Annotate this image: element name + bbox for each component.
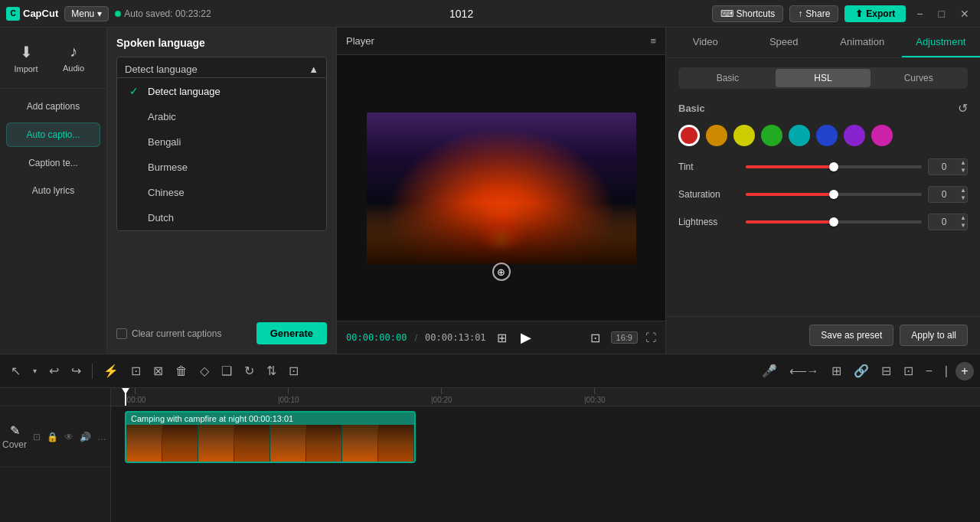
transform-button[interactable]: ⊡ bbox=[284, 361, 303, 381]
tab-adjustment[interactable]: Adjustment bbox=[902, 28, 981, 57]
color-circle-pink[interactable] bbox=[871, 125, 893, 146]
cover-button[interactable]: Cover bbox=[2, 439, 27, 450]
video-clip[interactable]: Camping with campfire at night 00:00:13:… bbox=[125, 411, 416, 463]
import-icon: ⬇ bbox=[20, 43, 33, 61]
tint-down[interactable]: ▼ bbox=[959, 167, 967, 175]
app-logo: C CapCut bbox=[6, 7, 58, 21]
track-label-video: ✎ Cover ⊡ 🔒 👁 🔊 … bbox=[0, 406, 110, 468]
clip-thumb-3 bbox=[198, 425, 234, 462]
color-circle-yellow[interactable] bbox=[733, 125, 755, 146]
redo-button[interactable]: ↪ bbox=[67, 361, 86, 381]
toolbar-item-audio[interactable]: ♪ Audio bbox=[51, 32, 96, 84]
connect-button[interactable]: ⟵→ bbox=[785, 361, 824, 381]
freeze-button[interactable]: ❑ bbox=[217, 361, 237, 381]
delete-button[interactable]: 🗑 bbox=[171, 361, 192, 381]
saturation-up[interactable]: ▲ bbox=[959, 187, 967, 194]
maximize-button[interactable]: □ bbox=[934, 6, 949, 21]
zoom-out-button[interactable]: − bbox=[921, 361, 937, 381]
lightness-slider-row: Lightness 0 ▲ ▼ bbox=[678, 214, 968, 230]
color-circle-green[interactable] bbox=[761, 125, 782, 146]
close-button[interactable]: ✕ bbox=[956, 6, 974, 21]
apply-all-button[interactable]: Apply to all bbox=[900, 325, 968, 346]
export-button[interactable]: ⬆ Export bbox=[844, 5, 906, 22]
track-more-button[interactable]: … bbox=[96, 430, 108, 444]
trim-button[interactable]: ⊡ bbox=[126, 361, 145, 381]
zoom-in-button[interactable]: | bbox=[940, 361, 952, 381]
loop-button[interactable]: ↻ bbox=[240, 361, 259, 381]
toolbar-item-import[interactable]: ⬇ Import bbox=[3, 32, 49, 84]
generate-button[interactable]: Generate bbox=[256, 322, 327, 344]
share-button[interactable]: ↑ Share bbox=[789, 5, 838, 22]
fit-button[interactable]: ⊡ bbox=[587, 329, 603, 347]
ruler-mark-1: |00:10 bbox=[278, 388, 299, 404]
topbar-actions: ⌨ Shortcuts ↑ Share ⬆ Export − □ ✕ bbox=[712, 5, 974, 22]
split-button[interactable]: ⚡ bbox=[99, 361, 123, 381]
shortcuts-button[interactable]: ⌨ Shortcuts bbox=[712, 5, 784, 22]
ruler-label-0: |00:00 bbox=[125, 396, 146, 404]
color-circle-purple[interactable] bbox=[844, 125, 865, 146]
mirror-button[interactable]: ⇅ bbox=[262, 361, 281, 381]
hsl-tab-basic[interactable]: Basic bbox=[680, 69, 776, 87]
playhead-arrow bbox=[122, 388, 129, 394]
group-button[interactable]: ⊞ bbox=[827, 361, 846, 381]
stabilize-button[interactable]: ◇ bbox=[195, 361, 214, 381]
tl-separator-1 bbox=[92, 364, 93, 379]
copy-button[interactable]: ⊡ bbox=[899, 361, 918, 381]
clip-thumb-2 bbox=[162, 425, 198, 462]
undo-button[interactable]: ↩ bbox=[44, 361, 64, 381]
save-preset-button[interactable]: Save as preset bbox=[809, 325, 893, 346]
tab-speed[interactable]: Speed bbox=[745, 28, 824, 57]
language-option-burmese[interactable]: Burmese bbox=[117, 155, 326, 180]
left-panel: ⬇ Import ♪ Audio TI Text ☺ Stickers ✦ bbox=[0, 28, 107, 354]
language-option-chinese[interactable]: Chinese bbox=[117, 180, 326, 205]
saturation-slider-track[interactable] bbox=[746, 193, 922, 196]
audio-record-button[interactable]: 🎤 bbox=[757, 361, 782, 381]
select-tool-button[interactable]: ↖ bbox=[6, 361, 25, 381]
play-button[interactable]: ▶ bbox=[518, 328, 534, 347]
track-lock-button[interactable]: 🔒 bbox=[45, 430, 60, 444]
track-visibility-button[interactable]: 👁 bbox=[63, 430, 75, 444]
track-expand-button[interactable]: ⊡ bbox=[31, 430, 42, 444]
tab-video[interactable]: Video bbox=[666, 28, 745, 57]
link-button[interactable]: 🔗 bbox=[849, 361, 874, 381]
lightness-slider-track[interactable] bbox=[746, 220, 922, 223]
track-row-video: Camping with campfire at night 00:00:13:… bbox=[111, 406, 980, 468]
language-option-detect[interactable]: ✓ Detect language bbox=[117, 78, 326, 104]
fullscreen-button[interactable]: ⛶ bbox=[645, 331, 656, 344]
reset-button[interactable]: ↺ bbox=[958, 101, 968, 116]
crop-button[interactable]: ⊠ bbox=[149, 361, 168, 381]
color-circle-cyan[interactable] bbox=[789, 125, 810, 146]
menu-button[interactable]: Menu ▾ bbox=[64, 6, 109, 21]
saturation-down[interactable]: ▼ bbox=[959, 194, 967, 202]
language-option-bengali[interactable]: Bengali bbox=[117, 129, 326, 155]
minimize-button[interactable]: − bbox=[912, 6, 927, 21]
tint-slider-track[interactable] bbox=[746, 165, 922, 168]
track-audio-button[interactable]: 🔊 bbox=[78, 430, 93, 444]
clear-captions-checkbox[interactable] bbox=[116, 328, 127, 339]
color-circle-red[interactable] bbox=[678, 125, 700, 146]
target-icon[interactable]: ⊕ bbox=[492, 263, 511, 281]
color-circle-blue[interactable] bbox=[816, 125, 838, 146]
hsl-tab-hsl[interactable]: HSL bbox=[776, 69, 871, 87]
lightness-down[interactable]: ▼ bbox=[959, 222, 967, 230]
grid-view-button[interactable]: ⊞ bbox=[494, 329, 510, 347]
language-option-arabic[interactable]: Arabic bbox=[117, 104, 326, 129]
tint-up[interactable]: ▲ bbox=[959, 159, 967, 167]
lightness-up[interactable]: ▲ bbox=[959, 214, 967, 222]
player-menu-icon[interactable]: ≡ bbox=[650, 35, 656, 47]
timeline-playhead[interactable] bbox=[125, 388, 126, 406]
language-option-dutch[interactable]: Dutch bbox=[117, 205, 326, 230]
split2-button[interactable]: ⊟ bbox=[877, 361, 896, 381]
hsl-tab-curves[interactable]: Curves bbox=[871, 69, 966, 87]
tab-animation[interactable]: Animation bbox=[823, 28, 902, 57]
select-dropdown-button[interactable]: ▾ bbox=[28, 364, 41, 378]
add-track-button[interactable]: + bbox=[956, 362, 974, 380]
clip-thumb-8 bbox=[378, 425, 414, 462]
tint-value-box: 0 ▲ ▼ bbox=[928, 158, 968, 175]
sidebar-btn-add-captions[interactable]: Add captions bbox=[6, 95, 100, 118]
sidebar-btn-caption-text[interactable]: Caption te... bbox=[6, 152, 100, 175]
player-header: Player ≡ bbox=[337, 28, 665, 55]
sidebar-btn-auto-lyrics[interactable]: Auto lyrics bbox=[6, 179, 100, 202]
color-circle-orange[interactable] bbox=[706, 125, 727, 146]
sidebar-btn-auto-captions[interactable]: Auto captio... bbox=[6, 122, 100, 147]
